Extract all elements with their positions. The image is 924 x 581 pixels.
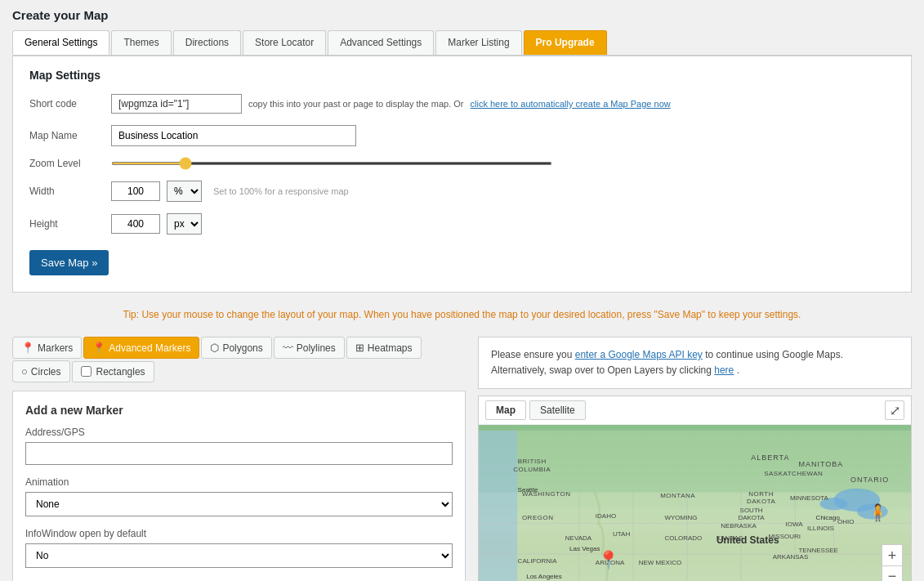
marker-tab-label: Markers xyxy=(38,342,73,354)
height-content: px % xyxy=(111,213,895,235)
map-label-wyoming: WYOMING xyxy=(664,514,697,521)
width-input[interactable] xyxy=(111,181,160,201)
tab-store-locator[interactable]: Store Locator xyxy=(243,30,326,55)
width-label: Width xyxy=(29,185,111,197)
left-panel: 📍 Markers 📍 Advanced Markers ⬡ Polygons … xyxy=(12,337,466,581)
tip-bar: Tip: Use your mouse to change the layout… xyxy=(12,301,912,328)
shortcode-label: Short code xyxy=(29,98,111,109)
map-label-bc: BRITISHCOLUMBIA xyxy=(513,458,551,473)
marker-icon: 📍 xyxy=(21,342,34,354)
polyline-icon: 〰 xyxy=(283,342,293,354)
map-tab-satellite[interactable]: Satellite xyxy=(529,400,586,420)
map-label-california: CALIFORNIA xyxy=(518,557,557,565)
shortcode-hint: copy this into your past or page to disp… xyxy=(248,99,464,109)
infowindow-label: InfoWindow open by default xyxy=(25,528,453,539)
api-key-alert: Please ensure you enter a Google Maps AP… xyxy=(478,337,912,389)
zoom-slider[interactable] xyxy=(111,162,552,165)
marker-tab-rectangles[interactable]: Rectangles xyxy=(72,361,154,382)
marker-tab-polylines[interactable]: 〰 Polylines xyxy=(274,337,345,359)
address-label: Address/GPS xyxy=(25,427,453,438)
map-zoom-controls: + − xyxy=(882,544,903,581)
shortcode-row: Short code [wpgmza id="1"] copy this int… xyxy=(29,94,895,114)
shortcode-value[interactable]: [wpgmza id="1"] xyxy=(111,94,242,114)
map-label-utah: UTAH xyxy=(613,530,630,538)
tab-pro-upgrade[interactable]: Pro Upgrade xyxy=(524,30,607,55)
map-label-north-dakota: NORTHDAKOTA xyxy=(747,490,775,506)
map-label-minnesota: MINNESOTA xyxy=(790,494,828,502)
shortcode-create-link[interactable]: click here to automatically create a Map… xyxy=(471,99,671,109)
tab-directions[interactable]: Directions xyxy=(173,30,241,55)
shortcode-content: [wpgmza id="1"] copy this into your past… xyxy=(111,94,895,114)
height-input[interactable] xyxy=(111,214,160,234)
marker-tab-markers[interactable]: 📍 Markers xyxy=(12,337,82,359)
height-unit-select[interactable]: px % xyxy=(167,213,202,235)
map-label-las-vegas: Las Vegas xyxy=(569,545,600,552)
map-label-chicago: Chicago xyxy=(816,514,840,521)
map-label-montana: MONTANA xyxy=(660,492,695,499)
circles-tab-label: Circles xyxy=(31,366,61,378)
address-field: Address/GPS xyxy=(25,427,453,465)
mapname-row: Map Name xyxy=(29,125,895,146)
map-label-manitoba: MANITOBA xyxy=(798,460,843,468)
tab-marker-listing[interactable]: Marker Listing xyxy=(435,30,521,55)
map-visual[interactable]: ALBERTA MANITOBA ONTARIO BRITISHCOLUMBIA… xyxy=(479,425,911,581)
zoom-row: Zoom Level xyxy=(29,158,895,169)
api-key-link[interactable]: enter a Google Maps API key xyxy=(575,349,703,360)
polygons-tab-label: Polygons xyxy=(222,342,262,354)
map-pin: 📍 xyxy=(597,550,619,571)
alert-text-after: . xyxy=(737,364,739,376)
animation-field: Animation None Bounce Drop xyxy=(25,476,453,516)
tab-themes[interactable]: Themes xyxy=(111,30,171,55)
settings-panel: Map Settings Short code [wpgmza id="1"] … xyxy=(12,56,912,293)
advanced-marker-tab-label: Advanced Markers xyxy=(109,342,190,354)
infowindow-field: InfoWindow open by default No Yes xyxy=(25,528,453,568)
mapname-input[interactable] xyxy=(111,125,356,146)
map-label-illinois: ILLINOIS xyxy=(807,525,834,532)
page-wrapper: Create your Map General Settings Themes … xyxy=(0,0,924,581)
marker-tab-circles[interactable]: ○ Circles xyxy=(12,360,70,382)
map-label-nebraska: NEBRASKA xyxy=(721,522,757,530)
map-label-seattle: Seattle xyxy=(518,486,538,494)
map-label-iowa: IOWA xyxy=(786,521,803,528)
address-input[interactable] xyxy=(25,442,453,465)
alert-text-before: Please ensure you xyxy=(491,349,572,360)
width-row: Width % px Set to 100% for a responsive … xyxy=(29,181,895,202)
tab-general-settings[interactable]: General Settings xyxy=(12,30,109,55)
add-marker-panel: Add a new Marker Address/GPS Animation N… xyxy=(12,391,466,581)
circle-icon: ○ xyxy=(21,365,28,378)
zoom-in-button[interactable]: + xyxy=(882,544,903,565)
map-label-ontario: ONTARIO xyxy=(850,476,889,484)
map-background: ALBERTA MANITOBA ONTARIO BRITISHCOLUMBIA… xyxy=(479,425,911,581)
width-content: % px Set to 100% for a responsive map xyxy=(111,181,895,202)
zoom-out-button[interactable]: − xyxy=(882,565,903,581)
animation-select[interactable]: None Bounce Drop xyxy=(25,492,453,516)
zoom-label: Zoom Level xyxy=(29,158,111,169)
add-marker-title: Add a new Marker xyxy=(25,404,453,417)
save-map-button[interactable]: Save Map » xyxy=(29,250,109,275)
map-expand-button[interactable]: ⤢ xyxy=(885,400,904,420)
infowindow-select[interactable]: No Yes xyxy=(25,543,453,568)
advanced-marker-icon: 📍 xyxy=(92,342,105,354)
height-label: Height xyxy=(29,218,111,230)
marker-tab-advanced[interactable]: 📍 Advanced Markers xyxy=(83,337,199,359)
height-row: Height px % xyxy=(29,213,895,235)
map-label-saskatchewan: SASKATCHEWAN xyxy=(764,470,823,477)
street-view-person[interactable]: 🧍 xyxy=(868,503,888,522)
mapname-label: Map Name xyxy=(29,130,111,141)
map-label-oregon: OREGON xyxy=(522,514,554,521)
polygon-icon: ⬡ xyxy=(210,342,219,354)
map-view-tabs: Map Satellite xyxy=(485,400,586,420)
marker-tab-heatmaps[interactable]: ⊞ Heatmaps xyxy=(346,337,422,359)
open-layers-link[interactable]: here xyxy=(714,364,734,376)
lower-section: 📍 Markers 📍 Advanced Markers ⬡ Polygons … xyxy=(12,337,912,581)
tab-advanced-settings[interactable]: Advanced Settings xyxy=(328,30,434,55)
rectangles-checkbox[interactable] xyxy=(81,366,92,377)
map-settings-title: Map Settings xyxy=(29,69,895,82)
page-title: Create your Map xyxy=(12,8,912,22)
marker-tab-polygons[interactable]: ⬡ Polygons xyxy=(201,337,271,359)
map-label-arkansas: ARKANSAS xyxy=(773,553,809,561)
zoom-content xyxy=(111,162,552,165)
map-label-missouri: MISSOURI xyxy=(768,533,801,540)
map-tab-map[interactable]: Map xyxy=(485,400,526,420)
width-unit-select[interactable]: % px xyxy=(167,181,202,202)
